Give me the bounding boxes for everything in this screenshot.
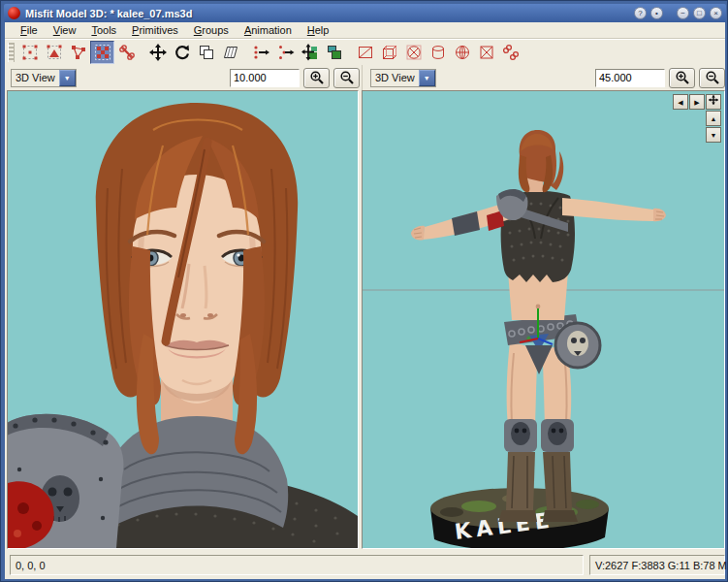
zoom-out-button-left[interactable]: [333, 68, 360, 88]
window-controls: ? • − □ ×: [634, 7, 722, 19]
tool-rotate[interactable]: [170, 41, 194, 64]
menu-tools[interactable]: Tools: [83, 23, 124, 37]
pan-control: ◀ ▶ ▲ ▼: [673, 94, 721, 143]
create-geosphere-icon: [454, 44, 471, 61]
view-mode-value-left: 3D View: [16, 72, 59, 83]
minimize-button[interactable]: −: [677, 7, 689, 19]
zoom-out-icon: [339, 70, 355, 85]
viewport-header-right: 3D View ▼: [362, 65, 725, 90]
tool-move[interactable]: [145, 41, 170, 64]
menu-file[interactable]: File: [13, 23, 46, 37]
tool-create-bone-joint[interactable]: [498, 41, 522, 64]
tool-extrude[interactable]: [249, 41, 273, 64]
viewport-header-left: 3D View ▼: [7, 65, 360, 90]
view-mode-dropdown-arrow-icon[interactable]: ▼: [419, 70, 435, 86]
tool-create-rectangle[interactable]: [353, 41, 377, 64]
zoom-out-icon: [705, 70, 720, 85]
viewport-3d-right[interactable]: KALEE: [362, 90, 725, 549]
model-full-figure: KALEE: [363, 91, 724, 548]
copy-icon: [198, 44, 215, 61]
zoom-level-input-left[interactable]: [230, 69, 300, 87]
zoom-in-button-right[interactable]: [669, 68, 695, 88]
tool-select-faces[interactable]: [42, 41, 66, 64]
help-button[interactable]: ?: [634, 7, 647, 19]
toolbar: [5, 40, 725, 65]
menu-primitives[interactable]: Primitives: [124, 23, 186, 37]
create-ellipsoid-icon: [405, 44, 423, 61]
tool-create-triangle[interactable]: [474, 41, 498, 64]
close-button[interactable]: ×: [710, 7, 722, 19]
tool-select-vertices[interactable]: [17, 41, 42, 64]
viewport-headers: 3D View ▼ 3D View ▼: [5, 65, 725, 90]
status-coordinates: 0, 0, 0: [10, 555, 584, 575]
view-mode-dropdown-arrow-icon[interactable]: ▼: [59, 70, 76, 86]
menubar: File View Tools Primitives Groups Animat…: [5, 22, 725, 38]
create-cylinder-icon: [429, 44, 447, 61]
background-image-icon: [326, 44, 343, 61]
pan-down-button[interactable]: ▼: [706, 127, 721, 143]
tool-create-cylinder[interactable]: [426, 41, 450, 64]
zoom-out-button-right[interactable]: [699, 68, 725, 88]
menu-help[interactable]: Help: [300, 23, 337, 37]
menu-groups[interactable]: Groups: [186, 23, 237, 37]
tool-select-groups[interactable]: [90, 41, 114, 64]
tool-copy[interactable]: [194, 41, 218, 64]
shear-icon: [222, 44, 239, 61]
pan-move-button[interactable]: [706, 94, 721, 110]
tool-select-bone-joints[interactable]: [114, 41, 139, 64]
menu-view[interactable]: View: [46, 23, 84, 37]
select-bone-joints-icon: [118, 44, 136, 61]
tool-create-cube[interactable]: [377, 41, 401, 64]
select-faces-icon: [46, 44, 63, 61]
pan-right-button[interactable]: ▶: [689, 94, 705, 110]
sticky-button[interactable]: •: [650, 7, 663, 19]
maximize-button[interactable]: □: [693, 7, 706, 19]
statusbar: 0, 0, 0 V:2627 F:3883 G:11 B:78 M:6: [5, 551, 725, 579]
app-icon: [8, 7, 20, 19]
window-title: Misfit Model 3D: * kalee_07.ms3d: [25, 8, 634, 19]
status-model-stats: V:2627 F:3883 G:11 B:78 M:6: [589, 555, 725, 575]
view-mode-select-left[interactable]: 3D View ▼: [11, 69, 77, 87]
view-mode-select-right[interactable]: 3D View ▼: [370, 69, 436, 87]
pan-move-icon: [709, 95, 718, 105]
zoom-level-input-right[interactable]: [595, 69, 665, 87]
spread-icon: [277, 44, 295, 61]
viewport-area: KALEE: [5, 90, 725, 549]
tool-select-connected[interactable]: [66, 41, 90, 64]
create-triangle-icon: [478, 44, 495, 61]
titlebar[interactable]: Misfit Model 3D: * kalee_07.ms3d ? • − □…: [4, 4, 726, 22]
move-icon: [149, 44, 167, 61]
rotate-icon: [174, 44, 191, 61]
zoom-in-icon: [309, 70, 325, 85]
create-rectangle-icon: [357, 44, 374, 61]
toolbar-handle[interactable]: [8, 43, 15, 62]
move-background-icon: [301, 44, 319, 61]
view-mode-value-right: 3D View: [375, 72, 419, 83]
pan-left-button[interactable]: ◀: [673, 94, 688, 110]
zoom-in-icon: [675, 70, 690, 85]
create-cube-icon: [381, 44, 398, 61]
select-groups-icon: [94, 44, 111, 61]
model-head-closeup: [8, 91, 358, 548]
tool-move-background[interactable]: [298, 41, 322, 64]
tool-create-geosphere[interactable]: [450, 41, 474, 64]
viewport-3d-left[interactable]: [7, 90, 359, 549]
select-connected-icon: [70, 44, 87, 61]
tool-set-background-image[interactable]: [322, 41, 346, 64]
create-bone-joint-icon: [502, 44, 520, 61]
zoom-in-button-left[interactable]: [303, 68, 330, 88]
window-body: File View Tools Primitives Groups Animat…: [5, 22, 725, 579]
pan-up-button[interactable]: ▲: [706, 111, 721, 126]
tool-shear[interactable]: [218, 41, 242, 64]
app-window: Misfit Model 3D: * kalee_07.ms3d ? • − □…: [0, 0, 728, 582]
tool-create-ellipsoid[interactable]: [401, 41, 426, 64]
extrude-icon: [253, 44, 270, 61]
select-vertices-icon: [21, 44, 39, 61]
menu-animation[interactable]: Animation: [237, 23, 300, 37]
tool-spread[interactable]: [273, 41, 298, 64]
